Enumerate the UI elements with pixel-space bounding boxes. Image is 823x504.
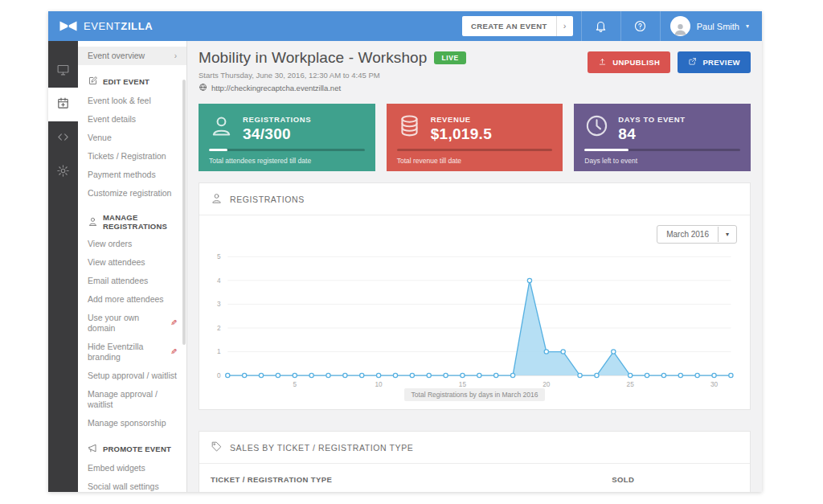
sidebar-item-manage-approval-waitlist[interactable]: Manage approval / waitlist: [78, 385, 186, 414]
progress-bar: [584, 149, 740, 151]
sales-table-header: TICKET / REGISTRATION TYPE SOLD: [199, 464, 750, 492]
month-dropdown-value: March 2016: [657, 226, 718, 243]
create-event-label: CREATE AN EVENT: [462, 22, 556, 31]
sidebar-item-email-attendees[interactable]: Email attendees: [78, 272, 186, 290]
globe-icon: [199, 83, 207, 93]
calendar-icon: [56, 96, 70, 113]
megaphone-icon: [88, 443, 98, 455]
svg-text:3: 3: [217, 301, 221, 308]
sidebar-item-view-attendees[interactable]: View attendees: [78, 253, 186, 272]
user-name: Paul Smith: [697, 22, 739, 31]
main-content: Mobility in Workplace - Workshop LIVE St…: [187, 41, 762, 492]
event-url[interactable]: http://checkingrecaptcha.eventzilla.net: [211, 84, 341, 92]
registrations-panel: REGISTRATIONS March 2016 ▾ 0123455101520…: [199, 182, 751, 410]
pencil-icon: ✎: [170, 319, 177, 327]
notifications-bell-icon[interactable]: [581, 11, 620, 41]
sales-panel: SALES BY TICKET / REGISTRATION TYPE TICK…: [199, 431, 751, 492]
panel-title: REGISTRATIONS: [230, 195, 305, 204]
sidebar-item-event-overview[interactable]: Event overview›: [78, 47, 186, 65]
chevron-down-icon: ▾: [718, 227, 736, 242]
icon-rail: [48, 41, 78, 492]
tag-icon: [211, 440, 223, 454]
chart-caption: Total Registrations by days in March 201…: [404, 388, 546, 401]
month-dropdown[interactable]: March 2016 ▾: [657, 225, 737, 244]
external-link-icon: [688, 57, 697, 68]
card-label: DAYS TO EVENT: [618, 115, 685, 124]
sidebar-item-use-your-own-domain[interactable]: Use your own domain✎: [78, 309, 186, 338]
svg-text:2: 2: [217, 325, 221, 332]
registrations-chart: 01234551015202530: [199, 244, 750, 401]
create-event-button[interactable]: CREATE AN EVENT ›: [462, 16, 573, 36]
brand-name: EVENTZILLA: [84, 20, 153, 32]
user-menu[interactable]: Paul Smith ▾: [660, 11, 762, 41]
sidebar-item-customize-registration[interactable]: Customize registration: [78, 184, 186, 203]
sidebar-menu: Event overview›EDIT EVENTEvent look & fe…: [78, 47, 186, 492]
brand-logo[interactable]: EVENTZILLA: [48, 20, 175, 32]
chevron-down-icon: ▾: [746, 23, 749, 30]
person-icon: [211, 192, 223, 206]
sidebar-item-social-wall-settings[interactable]: Social wall settings: [78, 477, 186, 492]
clock-icon: [584, 113, 609, 141]
preview-button[interactable]: PREVIEW: [678, 51, 751, 73]
monitor-icon: [56, 63, 70, 80]
person-icon: [209, 113, 234, 141]
sidebar-item-setup-approval-waitlist[interactable]: Setup approval / waitlist: [78, 367, 186, 385]
card-caption: Total attendees registered till date: [209, 157, 365, 165]
card-caption: Days left to event: [584, 157, 740, 165]
progress-bar: [397, 149, 553, 151]
gear-icon: [56, 164, 70, 181]
sidebar-item-event-look-feel[interactable]: Event look & feel: [78, 92, 186, 110]
card-caption: Total revenue till date: [397, 157, 553, 165]
sidebar-section-manage-registrations: MANAGE REGISTRATIONS: [78, 203, 186, 235]
column-header-sold: SOLD: [612, 475, 739, 484]
svg-text:5: 5: [217, 253, 221, 260]
svg-text:10: 10: [375, 381, 383, 388]
svg-text:20: 20: [543, 381, 551, 388]
svg-text:0: 0: [217, 372, 221, 379]
chevron-right-icon: ›: [556, 16, 573, 36]
card-value: 84: [618, 125, 685, 143]
sidebar-item-add-more-attendees[interactable]: Add more attendees: [78, 290, 186, 309]
sidebar-item-hide-eventzilla-branding[interactable]: Hide Eventzilla branding✎: [78, 338, 186, 367]
registrations-card: REGISTRATIONS 34/300 Total attendees reg…: [199, 104, 375, 171]
unpublish-button[interactable]: UNPUBLISH: [588, 51, 670, 73]
page-header: Mobility in Workplace - Workshop LIVE St…: [199, 49, 751, 93]
sidebar-item-payment-methods[interactable]: Payment methods: [78, 166, 186, 184]
sidebar-item-embed-widgets[interactable]: Embed widgets: [78, 459, 186, 477]
rail-item-display[interactable]: [48, 54, 78, 88]
edit-icon: [88, 76, 98, 88]
sidebar-section-edit-event: EDIT EVENT: [78, 65, 186, 92]
pencil-icon: ✎: [170, 348, 177, 356]
sidebar: Event overview›EDIT EVENTEvent look & fe…: [78, 41, 187, 492]
revenue-card: REVENUE $1,019.5 Total revenue till date: [387, 104, 563, 171]
sidebar-section-promote-event: PROMOTE EVENT: [78, 432, 186, 459]
rail-item-embed[interactable]: [48, 121, 78, 155]
avatar: [670, 16, 690, 36]
column-header-type: TICKET / REGISTRATION TYPE: [211, 475, 612, 484]
panel-title: SALES BY TICKET / REGISTRATION TYPE: [230, 443, 413, 453]
sidebar-item-tickets-registration[interactable]: Tickets / Registration: [78, 147, 186, 166]
svg-text:15: 15: [459, 381, 467, 388]
sidebar-item-event-details[interactable]: Event details: [78, 110, 186, 129]
card-value: 34/300: [243, 125, 311, 143]
ticket-logo-icon: [59, 20, 78, 32]
stat-cards: REGISTRATIONS 34/300 Total attendees reg…: [199, 104, 751, 171]
sidebar-scrollbar[interactable]: [182, 80, 186, 345]
sidebar-item-view-orders[interactable]: View orders: [78, 235, 186, 253]
rail-item-settings[interactable]: [48, 155, 78, 189]
rail-item-event[interactable]: [48, 88, 78, 121]
topbar: EVENTZILLA CREATE AN EVENT › Paul Smith …: [48, 11, 762, 41]
code-icon: [56, 130, 70, 147]
sidebar-item-venue[interactable]: Venue: [78, 129, 186, 147]
status-badge: LIVE: [434, 51, 465, 64]
help-icon[interactable]: [620, 11, 660, 41]
progress-bar: [209, 149, 365, 151]
coins-icon: [397, 113, 422, 141]
topbar-controls: CREATE AN EVENT › Paul Smith ▾: [462, 11, 762, 41]
unpublish-icon: [598, 57, 607, 68]
person-icon: [88, 216, 98, 228]
event-schedule: Starts Thursday, June 30, 2016, 12:30 AM…: [199, 71, 466, 80]
registrations-chart-svg: 01234551015202530: [207, 244, 742, 401]
days-to-event-card: DAYS TO EVENT 84 Days left to event: [574, 104, 751, 171]
sidebar-item-manage-sponsorship[interactable]: Manage sponsorship: [78, 414, 186, 432]
